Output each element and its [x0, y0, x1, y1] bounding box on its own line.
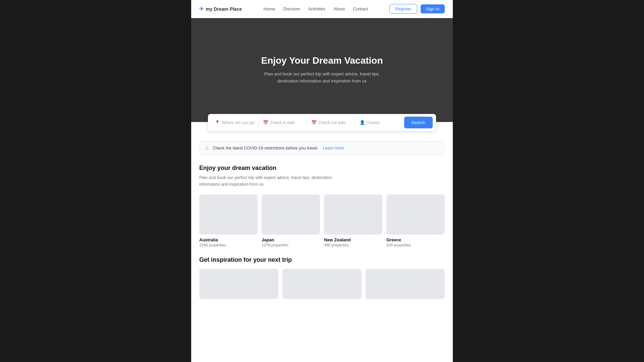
checkout-input[interactable] — [319, 120, 351, 125]
search-button[interactable]: Search — [404, 117, 433, 128]
destination-grid: Australia 2246 properties Japan 1278 pro… — [199, 194, 445, 247]
destination-count-greece: 320 properties — [386, 243, 445, 247]
brand: ✈ my Dream Place — [199, 6, 242, 12]
page-wrapper: ✈ my Dream Place Home Discover Activitie… — [191, 0, 453, 362]
where-field[interactable]: 📍 — [211, 118, 258, 127]
search-bar-wrapper: 📍 📅 📅 👤 Search — [191, 114, 453, 131]
guests-field[interactable]: 👤 — [356, 118, 403, 127]
guests-input[interactable] — [367, 120, 399, 125]
destination-card-new-zealand[interactable]: New Zealand 480 properties — [324, 194, 382, 247]
destinations-description: Plan and book our perfect trip with expe… — [199, 174, 340, 188]
inspiration-card-3[interactable] — [366, 269, 445, 299]
destination-image-greece — [386, 194, 445, 235]
nav-activities[interactable]: Activities — [308, 6, 325, 11]
navbar-actions: Register Sign In — [389, 4, 445, 14]
guests-icon: 👤 — [360, 120, 365, 125]
destination-image-australia — [199, 194, 258, 235]
hero-subtitle: Plan and book our perfect trip with expe… — [255, 71, 389, 85]
calendar-checkout-icon: 📅 — [311, 120, 317, 125]
navbar-links: Home Discover Activities About Contact — [263, 6, 368, 11]
register-button[interactable]: Register — [389, 4, 417, 14]
destination-name-new-zealand: New Zealand — [324, 237, 382, 242]
calendar-checkin-icon: 📅 — [263, 120, 268, 125]
where-input[interactable] — [222, 120, 255, 125]
covid-learn-more-link[interactable]: Learn more — [323, 146, 344, 150]
location-icon: 📍 — [215, 120, 220, 125]
nav-discover[interactable]: Discover — [283, 6, 300, 11]
hero-title: Enjoy Your Dream Vacation — [261, 55, 383, 66]
destination-count-japan: 1278 properties — [262, 243, 320, 247]
destination-name-australia: Australia — [199, 237, 258, 242]
destination-count-australia: 2246 properties — [199, 243, 258, 247]
covid-text: Check the latest COVID-19 restrictions b… — [213, 146, 318, 150]
destinations-title: Enjoy your dream vacation — [199, 165, 445, 172]
inspiration-section: Get inspiration for your next trip — [191, 252, 453, 308]
search-bar: 📍 📅 📅 👤 Search — [208, 114, 436, 131]
inspiration-title: Get inspiration for your next trip — [199, 256, 445, 263]
destination-card-japan[interactable]: Japan 1278 properties — [262, 194, 320, 247]
hero-section: Enjoy Your Dream Vacation Plan and book … — [191, 18, 453, 122]
destinations-section: Enjoy your dream vacation Plan and book … — [191, 155, 453, 252]
checkin-input[interactable] — [270, 120, 303, 125]
destination-card-australia[interactable]: Australia 2246 properties — [199, 194, 258, 247]
destination-card-greece[interactable]: Greece 320 properties — [386, 194, 445, 247]
destination-name-japan: Japan — [262, 237, 320, 242]
checkout-field[interactable]: 📅 — [308, 118, 355, 127]
covid-banner: ⚠ Check the latest COVID-19 restrictions… — [199, 141, 445, 155]
destination-name-greece: Greece — [386, 237, 445, 242]
destination-count-new-zealand: 480 properties — [324, 243, 382, 247]
inspiration-card-2[interactable] — [282, 269, 362, 299]
inspiration-card-1[interactable] — [199, 269, 278, 299]
destination-image-japan — [262, 194, 320, 235]
warning-icon: ⚠ — [205, 145, 209, 151]
navbar: ✈ my Dream Place Home Discover Activitie… — [191, 0, 453, 18]
nav-about[interactable]: About — [333, 6, 345, 11]
brand-name: my Dream Place — [206, 6, 242, 12]
checkin-field[interactable]: 📅 — [260, 118, 307, 127]
nav-contact[interactable]: Contact — [353, 6, 368, 11]
signin-button[interactable]: Sign In — [421, 4, 445, 13]
plane-icon: ✈ — [199, 6, 204, 12]
destination-image-new-zealand — [324, 194, 382, 235]
inspiration-grid — [199, 269, 445, 299]
nav-home[interactable]: Home — [263, 6, 275, 11]
